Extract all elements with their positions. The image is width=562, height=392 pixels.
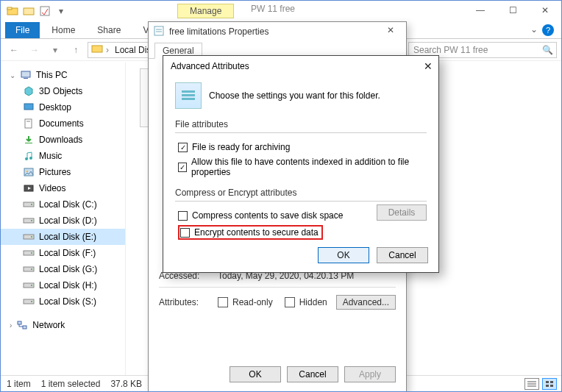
svg-rect-2 bbox=[24, 8, 34, 15]
svg-rect-39 bbox=[546, 381, 549, 383]
svg-point-29 bbox=[31, 301, 32, 302]
ribbon-tab-home[interactable]: Home bbox=[41, 22, 85, 38]
svg-rect-42 bbox=[550, 385, 553, 387]
ribbon-collapse-icon[interactable]: ⌄ bbox=[530, 24, 538, 35]
tree-this-pc[interactable]: ⌄ This PC bbox=[1, 67, 125, 83]
tree-item[interactable]: Local Disk (H:) bbox=[1, 277, 125, 293]
chevron-right-icon: › bbox=[10, 321, 12, 329]
tree-item-icon bbox=[23, 263, 35, 275]
tree-item-icon bbox=[23, 182, 35, 194]
maximize-button[interactable]: ☐ bbox=[497, 1, 529, 20]
svg-point-17 bbox=[31, 204, 32, 205]
details-button: Details bbox=[377, 204, 427, 221]
svg-rect-41 bbox=[546, 385, 549, 387]
svg-rect-6 bbox=[24, 78, 28, 79]
advanced-titlebar[interactable]: Advanced Attributes ✕ bbox=[163, 56, 438, 76]
svg-rect-40 bbox=[550, 381, 553, 383]
nav-back-button[interactable]: ← bbox=[5, 41, 23, 59]
dialog-icon bbox=[153, 25, 165, 39]
advanced-title: Advanced Attributes bbox=[171, 61, 249, 71]
svg-point-12 bbox=[29, 157, 32, 160]
svg-rect-7 bbox=[24, 104, 33, 110]
checkbox-encrypt[interactable]: Encrypt contents to secure data bbox=[178, 225, 427, 240]
properties-cancel-button[interactable]: Cancel bbox=[287, 366, 338, 382]
folder-icon bbox=[5, 4, 20, 18]
tree-item[interactable]: Downloads bbox=[1, 132, 125, 148]
advanced-intro: Choose the settings you want for this fo… bbox=[209, 90, 380, 101]
nav-recent-dropdown[interactable]: ▾ bbox=[46, 41, 64, 59]
svg-point-25 bbox=[31, 268, 32, 270]
tree-item[interactable]: Local Disk (C:) bbox=[1, 196, 125, 213]
properties-close-button[interactable]: ✕ bbox=[380, 25, 402, 35]
svg-rect-10 bbox=[25, 143, 32, 143]
minimize-button[interactable]: ― bbox=[464, 1, 497, 20]
tree-item[interactable]: Music bbox=[1, 148, 125, 164]
contextual-tab-manage[interactable]: Manage bbox=[177, 4, 234, 18]
advanced-button[interactable]: Advanced... bbox=[336, 295, 396, 310]
chevron-down-icon: ⌄ bbox=[10, 71, 15, 79]
checkbox-archive[interactable]: ✓File is ready for archiving bbox=[178, 142, 427, 152]
nav-forward-button[interactable]: → bbox=[26, 41, 43, 59]
search-placeholder: Search PW 11 free bbox=[413, 45, 488, 55]
tree-item[interactable]: Local Disk (E:) bbox=[1, 229, 125, 245]
svg-rect-43 bbox=[154, 26, 163, 35]
tree-item-icon bbox=[23, 215, 35, 227]
tree-item-icon bbox=[23, 150, 35, 162]
properties-qat-icon[interactable] bbox=[38, 4, 52, 18]
tree-item[interactable]: Local Disk (F:) bbox=[1, 245, 125, 261]
tree-item[interactable]: Local Disk (G:) bbox=[1, 261, 125, 277]
checkbox-readonly[interactable]: Read-only bbox=[218, 297, 273, 308]
ribbon-tab-file[interactable]: File bbox=[5, 22, 40, 38]
svg-rect-46 bbox=[182, 90, 195, 93]
folder-settings-icon bbox=[175, 82, 202, 109]
network-icon bbox=[16, 319, 28, 331]
view-thumbnails-button[interactable] bbox=[542, 378, 557, 390]
tree-item[interactable]: Pictures bbox=[1, 164, 125, 180]
svg-rect-31 bbox=[23, 326, 26, 329]
search-icon: 🔍 bbox=[542, 45, 553, 55]
tree-item-icon bbox=[23, 134, 35, 146]
svg-point-27 bbox=[31, 285, 32, 286]
tree-network[interactable]: › Network bbox=[1, 317, 125, 333]
view-details-button[interactable] bbox=[524, 378, 539, 390]
svg-rect-4 bbox=[92, 46, 102, 52]
svg-point-23 bbox=[31, 252, 32, 254]
advanced-ok-button[interactable]: OK bbox=[318, 247, 369, 263]
svg-point-11 bbox=[25, 157, 28, 160]
svg-rect-8 bbox=[25, 119, 32, 128]
advanced-attributes-dialog: Advanced Attributes ✕ Choose the setting… bbox=[163, 55, 439, 273]
checkbox-hidden[interactable]: Hidden bbox=[285, 297, 327, 308]
group-compress-encrypt: Compress or Encrypt attributes bbox=[175, 188, 427, 198]
tree-item[interactable]: Documents bbox=[1, 115, 125, 132]
svg-rect-47 bbox=[182, 94, 195, 96]
svg-rect-1 bbox=[7, 7, 12, 10]
group-file-attributes: File attributes bbox=[175, 119, 427, 129]
tree-item[interactable]: Videos bbox=[1, 180, 125, 196]
tree-item[interactable]: 3D Objects bbox=[1, 83, 125, 99]
advanced-close-button[interactable]: ✕ bbox=[424, 60, 433, 72]
svg-rect-5 bbox=[21, 71, 30, 77]
tree-item-icon bbox=[23, 118, 35, 129]
advanced-cancel-button[interactable]: Cancel bbox=[377, 247, 428, 263]
close-button[interactable]: ✕ bbox=[529, 1, 561, 20]
help-icon[interactable]: ? bbox=[542, 24, 554, 36]
checkbox-index[interactable]: ✓Allow this file to have contents indexe… bbox=[178, 157, 427, 177]
encrypt-highlight: Encrypt contents to secure data bbox=[178, 225, 323, 240]
ribbon-tab-share[interactable]: Share bbox=[87, 22, 131, 38]
tree-item[interactable]: Local Disk (D:) bbox=[1, 213, 125, 229]
properties-titlebar[interactable]: free limitations Properties ✕ bbox=[149, 22, 406, 41]
tree-item-icon bbox=[23, 199, 35, 210]
tree-item-icon bbox=[23, 231, 35, 243]
explorer-titlebar: ▾ Manage PW 11 free ― ☐ ✕ bbox=[1, 1, 561, 21]
svg-rect-30 bbox=[18, 321, 21, 324]
open-folder-icon[interactable] bbox=[21, 4, 36, 18]
pc-icon bbox=[20, 69, 32, 81]
nav-up-button[interactable]: ↑ bbox=[67, 41, 85, 59]
tree-item[interactable]: Local Disk (S:) bbox=[1, 293, 125, 310]
status-count: 1 item bbox=[7, 379, 31, 389]
tree-item-icon bbox=[23, 166, 35, 178]
properties-ok-button[interactable]: OK bbox=[230, 366, 281, 382]
qat-dropdown-icon[interactable]: ▾ bbox=[54, 4, 68, 18]
tree-item[interactable]: Desktop bbox=[1, 99, 125, 115]
properties-apply-button[interactable]: Apply bbox=[344, 366, 396, 382]
